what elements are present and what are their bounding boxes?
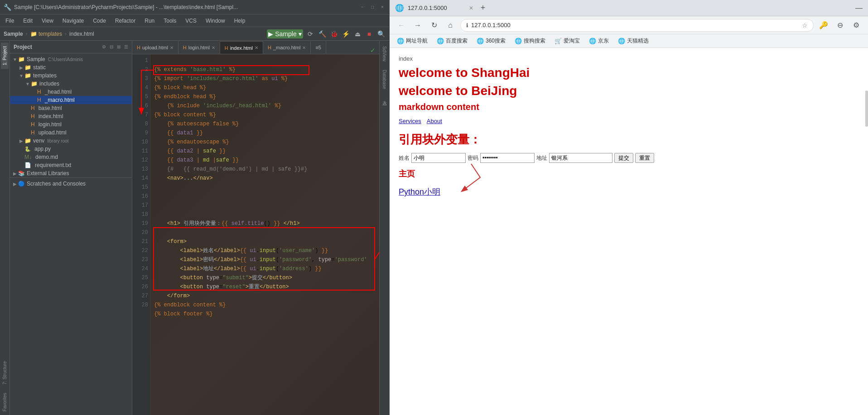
debug-button[interactable]: 🐞	[329, 29, 338, 38]
home-button[interactable]: ⌂	[444, 19, 457, 32]
refresh-nav-button[interactable]: ↻	[428, 19, 440, 32]
menu-vcs[interactable]: VCS	[183, 17, 198, 25]
maximize-button[interactable]: □	[369, 4, 376, 10]
tree-menu-icon[interactable]: ☰	[124, 44, 128, 49]
code-editor[interactable]: 12345 678910 1112131415 1617181920 21222…	[132, 54, 379, 415]
zoom-icon[interactable]: ⊖	[834, 19, 846, 32]
url-bar[interactable]: ℹ 127.0.0.1:5000 ☆	[460, 19, 814, 32]
tab-close-upload[interactable]: ✕	[170, 45, 174, 50]
tree-node-macro-html[interactable]: H _macro.html	[10, 96, 132, 104]
bookmark-tianmao[interactable]: 🌐 天猫精选	[614, 36, 652, 46]
dairen-tab[interactable]: 达人	[380, 94, 389, 101]
search-button[interactable]: 🔍	[376, 29, 386, 38]
browser-close-tab[interactable]: ✕	[469, 5, 473, 11]
minimize-button[interactable]: −	[359, 4, 366, 10]
run-config-selector[interactable]: ▶ Sample ▾	[267, 29, 303, 38]
favorites-tab[interactable]: Favorites	[1, 389, 9, 415]
tree-node-templates[interactable]: ▼ 📁 templates	[10, 72, 132, 80]
refresh-button[interactable]: ⟳	[306, 29, 315, 38]
tree-node-login-html[interactable]: H login.html	[10, 120, 132, 129]
tree-node-base-html[interactable]: H base.html	[10, 104, 132, 112]
breadcrumb-root[interactable]: Sample	[4, 31, 23, 37]
menu-tools[interactable]: Tools	[162, 17, 178, 25]
star-icon[interactable]: ☆	[802, 22, 808, 29]
tree-node-scratches[interactable]: ▶ 🔵 Scratches and Consoles	[10, 180, 132, 188]
tab-upload-html[interactable]: H upload.html ✕	[132, 41, 178, 54]
breadcrumb-file[interactable]: index.html	[69, 31, 94, 37]
tab-login-html[interactable]: H login.html ✕	[178, 41, 220, 54]
bookmark-360[interactable]: 🌐 360搜索	[473, 36, 509, 46]
menu-code[interactable]: Code	[91, 17, 108, 25]
tree-node-requirement-txt[interactable]: 📄 requirement.txt	[10, 161, 132, 169]
tree-node-root[interactable]: ▼ 📁 Sample C:\Users\Adminis	[10, 55, 132, 63]
name-input[interactable]	[411, 153, 466, 163]
tree-expand-root: ▼	[12, 57, 18, 62]
menu-refactor[interactable]: Refactor	[113, 17, 137, 25]
back-button[interactable]: ←	[395, 19, 408, 32]
menu-edit[interactable]: Edit	[21, 17, 34, 25]
coverage-button[interactable]: ⏏	[353, 29, 362, 38]
addr-input[interactable]	[549, 153, 612, 163]
tree-node-head-html[interactable]: H _head.html	[10, 88, 132, 96]
bookmark-sougou[interactable]: 🌐 搜狗搜索	[511, 36, 549, 46]
tab-macro-html[interactable]: H _macro.html ✕	[263, 41, 311, 54]
main-page-link[interactable]: 主页	[399, 168, 859, 179]
tab-icon-upload: H	[137, 45, 140, 50]
settings-icon[interactable]: ⚙	[850, 19, 863, 32]
tree-node-venv[interactable]: ▶ 📁 venv library root	[10, 137, 132, 145]
tree-node-upload-html[interactable]: H upload.html	[10, 129, 132, 137]
reset-button[interactable]: 重置	[635, 153, 654, 163]
python-link[interactable]: Python小明	[399, 187, 440, 196]
tree-expand-scratches: ▶	[12, 181, 18, 186]
tree-node-app-py[interactable]: 🐍 app.py	[10, 145, 132, 153]
tree-node-includes[interactable]: ▼ 📁 includes	[10, 80, 132, 88]
breadcrumb-templates[interactable]: 📁 templates	[30, 31, 62, 37]
stop-button[interactable]: ■	[365, 29, 374, 38]
tab-close-index[interactable]: ✕	[255, 45, 258, 50]
pass-input[interactable]	[480, 153, 535, 163]
bookmark-label-wangzhi: 网址导航	[406, 37, 428, 45]
browser-minimize[interactable]: —	[855, 4, 863, 12]
welcome-beijing: welcome to BeiJing	[399, 84, 859, 98]
bookmark-icon-tianmao: 🌐	[618, 38, 625, 44]
menu-help[interactable]: Help	[232, 17, 247, 25]
browser-new-tab-btn[interactable]: +	[481, 3, 486, 13]
menu-file[interactable]: File	[4, 17, 16, 25]
database-tab[interactable]: Database	[381, 66, 388, 93]
close-button[interactable]: ×	[379, 4, 386, 10]
menu-window[interactable]: Window	[204, 17, 227, 25]
tab-close-login[interactable]: ✕	[212, 45, 215, 50]
key-icon[interactable]: 🔑	[817, 19, 830, 32]
block-var-heading: 引用块外变量：	[399, 132, 859, 148]
bookmark-jd[interactable]: 🌐 京东	[585, 36, 612, 46]
structure-tab[interactable]: 7: Structure	[1, 358, 9, 388]
scrollbar-thumb[interactable]	[865, 91, 868, 127]
tree-label-root: Sample	[27, 56, 45, 62]
bookmark-baidu[interactable]: 🌐 百度搜索	[433, 36, 471, 46]
menu-run[interactable]: Run	[143, 17, 156, 25]
tree-options-icon[interactable]: ⚙	[102, 44, 106, 49]
menu-view[interactable]: View	[40, 17, 55, 25]
submit-button[interactable]: 提交	[614, 153, 633, 163]
menu-navigate[interactable]: Navigate	[61, 17, 86, 25]
sidview-tab[interactable]: SdView	[381, 43, 388, 65]
tab-more[interactable]: ≡5	[311, 41, 326, 54]
tree-node-demo-md[interactable]: M↓ demo.md	[10, 153, 132, 161]
services-link[interactable]: Services	[399, 118, 421, 124]
project-tab[interactable]: 1: Project	[1, 43, 9, 69]
profile-button[interactable]: ⚡	[341, 29, 350, 38]
build-button[interactable]: 🔨	[318, 29, 327, 38]
tree-node-index-html[interactable]: H index.html	[10, 112, 132, 120]
code-text[interactable]: {% extends 'base.html' %} {% import 'inc…	[150, 54, 379, 415]
tab-index-html[interactable]: H index.html ✕	[220, 41, 263, 54]
forward-button[interactable]: →	[411, 19, 424, 32]
tree-collapse-icon[interactable]: ⊟	[110, 44, 113, 49]
tab-close-macro[interactable]: ✕	[302, 45, 306, 50]
browser-panel: 🌐 127.0.0.1:5000 ✕ + — ← → ↻ ⌂ ℹ 127.0.0…	[390, 0, 868, 415]
bookmark-wangzhi[interactable]: 🌐 网址导航	[393, 36, 431, 46]
tree-node-external-libs[interactable]: ▶ 📚 External Libraries	[10, 169, 132, 177]
tree-node-static[interactable]: ▶ 📁 static	[10, 63, 132, 72]
bookmark-taobao[interactable]: 🛒 爱淘宝	[551, 36, 583, 46]
about-link[interactable]: About	[427, 118, 442, 124]
tree-expand-icon[interactable]: ⊞	[117, 44, 121, 49]
